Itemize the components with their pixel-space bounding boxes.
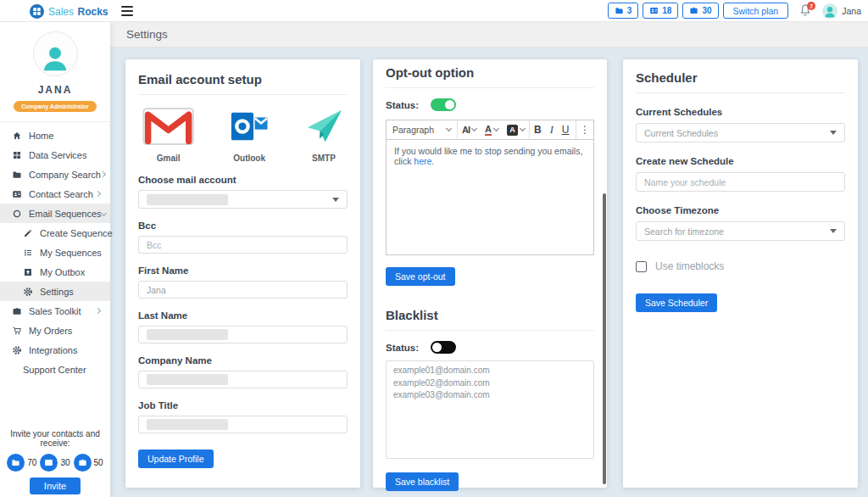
provider-gmail[interactable]: Gmail: [142, 107, 194, 163]
sidebar-item-data-services[interactable]: Data Services: [0, 145, 110, 165]
switch-plan-button[interactable]: Switch plan: [723, 3, 789, 19]
caret-down-icon: [332, 198, 339, 202]
provider-label: SMTP: [312, 154, 336, 163]
company-credits-button[interactable]: 3: [608, 3, 639, 19]
invite-button[interactable]: Invite: [30, 477, 81, 494]
font-size-dropdown[interactable]: AI: [458, 120, 481, 139]
sidebar-item-contact-search[interactable]: Contact Search: [0, 184, 110, 204]
reward-count: 70: [27, 458, 36, 467]
save-blacklist-button[interactable]: Save blacklist: [386, 472, 459, 491]
first-name-input[interactable]: [138, 281, 348, 299]
save-scheduler-button[interactable]: Save Scheduler: [636, 293, 717, 312]
briefcase-icon: [689, 6, 698, 15]
page-title: Settings: [126, 28, 168, 41]
last-name-input[interactable]: [138, 326, 348, 343]
opt-out-status-toggle[interactable]: [431, 98, 456, 111]
notifications-button[interactable]: 7: [798, 3, 813, 19]
bcc-label: Bcc: [138, 221, 348, 231]
toolkit-credits-button[interactable]: 30: [682, 3, 718, 19]
sidebar-item-sales-toolkit[interactable]: Sales Toolkit: [0, 301, 110, 321]
use-timeblocks-checkbox[interactable]: [636, 261, 647, 272]
create-schedule-label: Create new Schedule: [636, 156, 845, 166]
contact-credits-button[interactable]: 18: [643, 3, 678, 19]
more-options-button[interactable]: ⋮: [576, 120, 593, 139]
font-color-dropdown[interactable]: A: [481, 120, 503, 139]
company-name-input[interactable]: [138, 371, 348, 388]
current-schedules-select[interactable]: Current Schedules: [636, 123, 845, 142]
sidebar-item-my-sequences[interactable]: My Sequences: [0, 243, 110, 262]
sidebar-item-label: Create Sequence: [40, 228, 113, 238]
sidebar-item-integrations[interactable]: Integrations: [0, 340, 110, 360]
choose-timezone-label: Choose Timezone: [636, 205, 845, 215]
gmail-icon: [142, 107, 194, 146]
opt-out-message-editor[interactable]: If you would like me to stop sending you…: [386, 140, 594, 255]
save-opt-out-button[interactable]: Save opt-out: [386, 267, 455, 286]
cart-icon: [12, 326, 22, 336]
sidebar-item-my-outbox[interactable]: My Outbox: [0, 262, 110, 282]
app-logo[interactable]: Sales Rocks: [30, 3, 108, 19]
update-profile-button[interactable]: Update Profile: [138, 450, 214, 468]
blacklist-textarea[interactable]: example01@domain.com example02@domain.co…: [386, 360, 594, 459]
caret-down-icon: [830, 131, 837, 135]
profile-avatar[interactable]: [33, 31, 78, 76]
provider-smtp[interactable]: SMTP: [304, 107, 343, 163]
opt-out-link[interactable]: here: [414, 156, 431, 166]
chevron-right-icon: [95, 191, 101, 197]
panel-title: Scheduler: [636, 59, 845, 93]
paragraph-style-dropdown[interactable]: Paragraph: [387, 120, 458, 139]
toolkit-credits-count: 30: [702, 6, 711, 15]
schedule-name-input[interactable]: [636, 172, 845, 192]
highlight-color-dropdown[interactable]: A: [503, 120, 530, 139]
mail-account-select[interactable]: [138, 190, 348, 209]
reward-count: 50: [94, 458, 103, 467]
sidebar-item-my-orders[interactable]: My Orders: [0, 321, 110, 340]
sidebar-item-home[interactable]: Home: [0, 126, 110, 145]
user-menu[interactable]: Jana: [822, 3, 861, 19]
sidebar-item-label: Email Sequences: [29, 209, 102, 219]
sidebar-item-settings[interactable]: Settings: [0, 282, 110, 301]
sidebar-item-label: My Orders: [29, 326, 72, 336]
page-title-bar: Settings: [110, 22, 868, 47]
underline-button[interactable]: U: [558, 120, 574, 139]
sidebar-item-label: My Sequences: [40, 248, 102, 258]
folder-icon: [12, 170, 22, 180]
provider-label: Outlook: [233, 154, 265, 163]
current-schedules-label: Current Schedules: [636, 107, 845, 117]
sidebar-item-company-search[interactable]: Company Search: [0, 165, 110, 184]
sidebar: JANA Company Administrator Home Data Ser…: [0, 22, 110, 497]
divider: [0, 121, 110, 122]
blacklist-status-toggle[interactable]: [431, 341, 456, 354]
job-title-input[interactable]: [138, 416, 348, 433]
bcc-input[interactable]: [138, 236, 348, 254]
sidebar-item-email-sequences[interactable]: Email Sequences: [0, 204, 110, 223]
kebab-menu-icon: ⋮: [580, 124, 590, 136]
home-icon: [12, 131, 22, 141]
person-icon: [822, 3, 837, 19]
paragraph-label: Paragraph: [392, 125, 434, 135]
use-timeblocks-row: Use timeblocks: [636, 260, 845, 272]
italic-button[interactable]: I: [546, 120, 558, 139]
company-credits-count: 3: [627, 6, 632, 15]
redacted-value: [147, 194, 228, 205]
reward-companies: 70: [7, 454, 36, 472]
scheduler-panel: Scheduler Current Schedules Current Sche…: [623, 59, 858, 488]
chevron-right-icon: [95, 308, 101, 314]
provider-outlook[interactable]: Outlook: [230, 107, 269, 163]
rich-text-editor: Paragraph AI A A B I U ⋮ If you would li…: [386, 120, 594, 255]
header-user-name: Jana: [842, 6, 861, 16]
contact-card-icon: [40, 454, 58, 472]
bold-button[interactable]: B: [530, 120, 546, 139]
first-name-label: First Name: [138, 265, 348, 276]
blacklist-title: Blacklist: [386, 308, 594, 331]
chevron-down-icon: [493, 126, 499, 131]
gear-icon: [23, 287, 33, 297]
email-account-setup-panel: Email account setup Gmail Outlook SMTP C…: [125, 59, 360, 488]
profile-section: JANA Company Administrator: [0, 22, 110, 122]
hamburger-menu-icon[interactable]: [121, 6, 133, 16]
status-label: Status:: [386, 343, 419, 353]
select-placeholder: Current Schedules: [644, 128, 718, 138]
sidebar-item-create-sequence[interactable]: Create Sequence: [0, 223, 110, 243]
panel-scrollbar[interactable]: [603, 193, 606, 484]
timezone-select[interactable]: Search for timezone: [636, 221, 845, 241]
sidebar-item-support-center[interactable]: Support Center: [0, 360, 110, 379]
